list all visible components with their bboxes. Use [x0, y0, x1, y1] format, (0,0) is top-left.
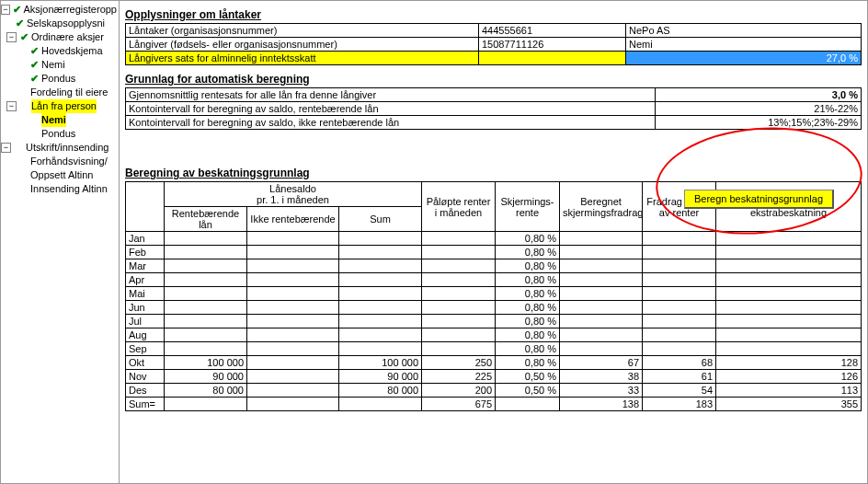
beregning-grid[interactable]: Lånesaldopr. 1. i måneden Påløpte renter… — [125, 181, 862, 411]
cell[interactable] — [165, 287, 247, 301]
cell[interactable]: 67 — [560, 356, 643, 370]
cell[interactable] — [339, 259, 422, 273]
tree-node-aksjonaer[interactable]: − ✔ Aksjonærregisteropp — [1, 3, 119, 17]
tree-node-fordeling[interactable]: ✔ Fordeling til eiere — [1, 86, 119, 99]
cell[interactable] — [165, 398, 247, 411]
table-row[interactable]: Mai0,80 % — [126, 287, 862, 301]
cell[interactable] — [643, 328, 716, 342]
collapse-icon[interactable]: − — [6, 32, 17, 42]
table-row[interactable]: Okt100 000100 0002500,80 %6768128 — [126, 356, 862, 370]
beregn-button[interactable]: Beregn beskatningsgrunnlag — [684, 190, 834, 209]
cell[interactable] — [560, 259, 643, 273]
cell[interactable] — [422, 342, 496, 356]
cell[interactable]: 128 — [716, 356, 862, 370]
cell[interactable] — [716, 342, 862, 356]
cell[interactable] — [339, 328, 422, 342]
cell[interactable] — [247, 370, 339, 384]
cell[interactable] — [247, 398, 339, 411]
cell[interactable] — [247, 301, 339, 315]
tree-node-hovedskjema[interactable]: ✔ Hovedskjema — [1, 44, 119, 58]
table-row[interactable]: Sum=675138183355 — [126, 398, 862, 411]
cell[interactable] — [643, 246, 716, 259]
cell[interactable] — [422, 287, 496, 301]
cell[interactable] — [643, 259, 716, 273]
cell[interactable] — [165, 342, 247, 356]
cell[interactable]: Feb — [126, 246, 165, 259]
table-row[interactable]: Apr0,80 % — [126, 273, 862, 287]
cell[interactable] — [643, 342, 716, 356]
tree-node-pondus-aksjer[interactable]: ✔ Pondus — [1, 72, 119, 86]
collapse-icon[interactable]: − — [1, 143, 11, 153]
table-row[interactable]: Jan0,80 % — [126, 232, 862, 246]
cell[interactable]: 33 — [560, 384, 643, 398]
cell[interactable]: 113 — [716, 384, 862, 398]
table-row[interactable]: Aug0,80 % — [126, 328, 862, 342]
cell[interactable] — [716, 315, 862, 328]
value-cell[interactable]: 444555661 — [479, 24, 626, 38]
cell[interactable] — [422, 315, 496, 328]
cell[interactable] — [560, 246, 643, 259]
table-row[interactable]: Nov90 00090 0002250,50 %3861126 — [126, 370, 862, 384]
table-row[interactable]: Feb0,80 % — [126, 246, 862, 259]
cell[interactable] — [165, 273, 247, 287]
cell[interactable] — [560, 315, 643, 328]
cell[interactable] — [165, 315, 247, 328]
cell[interactable]: 0,80 % — [496, 356, 560, 370]
cell[interactable] — [716, 246, 862, 259]
cell[interactable]: 126 — [716, 370, 862, 384]
cell[interactable] — [339, 301, 422, 315]
cell[interactable]: 0,80 % — [496, 259, 560, 273]
cell[interactable]: 0,80 % — [496, 246, 560, 259]
cell[interactable]: 0,80 % — [496, 315, 560, 328]
cell[interactable]: Sum= — [126, 398, 165, 411]
cell[interactable] — [422, 246, 496, 259]
cell[interactable]: 0,80 % — [496, 342, 560, 356]
cell[interactable] — [643, 287, 716, 301]
table-row[interactable]: Sep0,80 % — [126, 342, 862, 356]
tree-node-laan[interactable]: − ✔ Lån fra person — [1, 99, 119, 113]
cell[interactable]: Aug — [126, 328, 165, 342]
table-row[interactable]: Jun0,80 % — [126, 301, 862, 315]
cell[interactable] — [339, 315, 422, 328]
cell[interactable] — [165, 301, 247, 315]
cell[interactable]: 80 000 — [339, 384, 422, 398]
cell[interactable] — [422, 301, 496, 315]
cell[interactable]: 0,80 % — [496, 328, 560, 342]
tree-node-nemi-laan[interactable]: ✔ Nemi — [1, 113, 119, 127]
value-cell[interactable]: 13%;15%;23%-29% — [656, 116, 862, 130]
cell[interactable]: 100 000 — [339, 356, 422, 370]
cell[interactable]: Mar — [126, 259, 165, 273]
cell[interactable] — [339, 398, 422, 411]
tree-node-nemi-aksjer[interactable]: ✔ Nemi — [1, 58, 119, 72]
cell[interactable] — [247, 328, 339, 342]
cell[interactable]: 80 000 — [165, 384, 247, 398]
cell[interactable] — [339, 246, 422, 259]
cell[interactable] — [339, 287, 422, 301]
cell[interactable] — [716, 259, 862, 273]
cell[interactable]: 183 — [643, 398, 716, 411]
cell[interactable] — [165, 328, 247, 342]
cell[interactable] — [165, 246, 247, 259]
cell[interactable]: Okt — [126, 356, 165, 370]
cell[interactable]: Mai — [126, 287, 165, 301]
cell[interactable]: 0,80 % — [496, 273, 560, 287]
cell[interactable] — [247, 315, 339, 328]
cell[interactable] — [339, 342, 422, 356]
cell[interactable]: 61 — [643, 370, 716, 384]
cell[interactable]: 0,80 % — [496, 301, 560, 315]
cell[interactable] — [716, 328, 862, 342]
cell[interactable] — [643, 232, 716, 246]
cell[interactable] — [716, 232, 862, 246]
cell[interactable] — [422, 232, 496, 246]
value-cell[interactable]: 3,0 % — [656, 88, 862, 102]
cell[interactable] — [560, 287, 643, 301]
cell[interactable]: 200 — [422, 384, 496, 398]
table-row[interactable]: Jul0,80 % — [126, 315, 862, 328]
empty-cell[interactable] — [479, 52, 626, 65]
cell[interactable]: 90 000 — [339, 370, 422, 384]
cell[interactable] — [716, 287, 862, 301]
cell[interactable]: 54 — [643, 384, 716, 398]
cell[interactable]: 38 — [560, 370, 643, 384]
collapse-icon[interactable]: − — [6, 101, 17, 111]
cell[interactable] — [560, 301, 643, 315]
